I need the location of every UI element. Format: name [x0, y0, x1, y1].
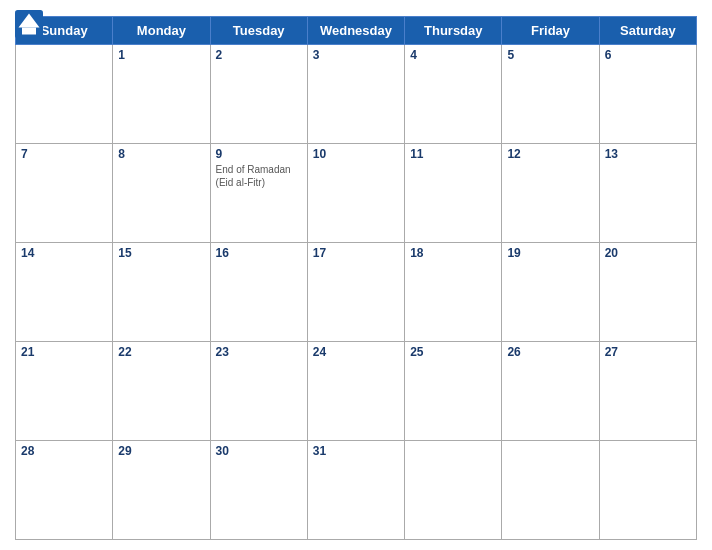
calendar-cell: 8	[113, 144, 210, 243]
calendar-cell: 31	[307, 441, 404, 540]
day-header-tuesday: Tuesday	[210, 17, 307, 45]
day-number: 13	[605, 147, 691, 161]
week-row-4: 21222324252627	[16, 342, 697, 441]
day-event: End of Ramadan (Eid al-Fitr)	[216, 163, 302, 189]
day-number: 17	[313, 246, 399, 260]
day-number: 20	[605, 246, 691, 260]
calendar-cell: 25	[405, 342, 502, 441]
day-number: 25	[410, 345, 496, 359]
calendar-cell: 29	[113, 441, 210, 540]
calendar-cell: 11	[405, 144, 502, 243]
day-number: 11	[410, 147, 496, 161]
day-number: 8	[118, 147, 204, 161]
days-header-row: SundayMondayTuesdayWednesdayThursdayFrid…	[16, 17, 697, 45]
day-number: 28	[21, 444, 107, 458]
day-number: 15	[118, 246, 204, 260]
calendar-cell	[16, 45, 113, 144]
calendar-cell: 15	[113, 243, 210, 342]
calendar-cell: 22	[113, 342, 210, 441]
calendar-cell: 27	[599, 342, 696, 441]
calendar-cell: 26	[502, 342, 599, 441]
day-number: 18	[410, 246, 496, 260]
calendar-cell: 20	[599, 243, 696, 342]
calendar-cell: 23	[210, 342, 307, 441]
day-number: 3	[313, 48, 399, 62]
week-row-5: 28293031	[16, 441, 697, 540]
day-number: 16	[216, 246, 302, 260]
calendar-table: SundayMondayTuesdayWednesdayThursdayFrid…	[15, 16, 697, 540]
day-number: 19	[507, 246, 593, 260]
day-number: 30	[216, 444, 302, 458]
day-header-friday: Friday	[502, 17, 599, 45]
calendar-cell: 14	[16, 243, 113, 342]
svg-rect-2	[22, 28, 36, 35]
day-number: 12	[507, 147, 593, 161]
calendar-cell: 13	[599, 144, 696, 243]
calendar-cell: 5	[502, 45, 599, 144]
week-row-2: 789End of Ramadan (Eid al-Fitr)10111213	[16, 144, 697, 243]
calendar-cell: 10	[307, 144, 404, 243]
day-number: 24	[313, 345, 399, 359]
calendar-cell: 6	[599, 45, 696, 144]
calendar-cell	[405, 441, 502, 540]
day-number: 7	[21, 147, 107, 161]
day-number: 23	[216, 345, 302, 359]
week-row-1: 123456	[16, 45, 697, 144]
logo	[15, 10, 46, 38]
calendar-cell: 16	[210, 243, 307, 342]
day-number: 9	[216, 147, 302, 161]
calendar-cell: 30	[210, 441, 307, 540]
day-number: 2	[216, 48, 302, 62]
day-number: 22	[118, 345, 204, 359]
day-number: 31	[313, 444, 399, 458]
calendar-cell: 21	[16, 342, 113, 441]
day-number: 29	[118, 444, 204, 458]
day-number: 10	[313, 147, 399, 161]
calendar-cell: 28	[16, 441, 113, 540]
day-header-saturday: Saturday	[599, 17, 696, 45]
calendar-cell: 18	[405, 243, 502, 342]
calendar-cell: 9End of Ramadan (Eid al-Fitr)	[210, 144, 307, 243]
logo-icon	[15, 10, 43, 38]
calendar-cell: 24	[307, 342, 404, 441]
day-number: 6	[605, 48, 691, 62]
day-number: 27	[605, 345, 691, 359]
calendar-cell: 7	[16, 144, 113, 243]
calendar-cell	[599, 441, 696, 540]
calendar-page: SundayMondayTuesdayWednesdayThursdayFrid…	[0, 0, 712, 550]
day-number: 14	[21, 246, 107, 260]
calendar-cell: 17	[307, 243, 404, 342]
calendar-cell: 4	[405, 45, 502, 144]
day-header-wednesday: Wednesday	[307, 17, 404, 45]
calendar-cell: 3	[307, 45, 404, 144]
day-number: 21	[21, 345, 107, 359]
week-row-3: 14151617181920	[16, 243, 697, 342]
calendar-cell	[502, 441, 599, 540]
day-number: 26	[507, 345, 593, 359]
day-header-thursday: Thursday	[405, 17, 502, 45]
calendar-cell: 1	[113, 45, 210, 144]
day-number: 1	[118, 48, 204, 62]
day-number: 4	[410, 48, 496, 62]
day-number: 5	[507, 48, 593, 62]
calendar-cell: 12	[502, 144, 599, 243]
day-header-monday: Monday	[113, 17, 210, 45]
calendar-cell: 2	[210, 45, 307, 144]
calendar-cell: 19	[502, 243, 599, 342]
